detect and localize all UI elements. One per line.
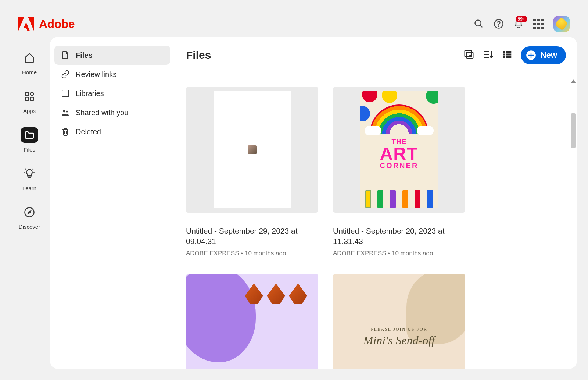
sidebar-item-review-links[interactable]: Review links [54,65,170,84]
nav-rail: Home Apps Files Learn Discover [11,37,48,369]
libraries-icon [61,89,70,98]
svg-line-12 [33,169,33,170]
svg-point-0 [475,20,481,26]
rail-item-home[interactable]: Home [21,50,38,75]
link-icon [61,70,70,79]
file-grid-wrapper: Untitled - September 29, 2023 at 09.04.3… [186,87,566,369]
toolbar: New [463,46,566,64]
file-card[interactable]: Untitled - September 29, 2023 at 09.04.3… [186,87,318,257]
app-switcher-icon[interactable] [533,19,544,29]
svg-marker-14 [28,211,31,214]
file-grid: Untitled - September 29, 2023 at 09.04.3… [186,87,566,369]
svg-point-3 [498,26,499,26]
sidebar-label: Review links [76,70,116,79]
svg-rect-30 [506,54,511,56]
sidebar-label: Shared with you [76,109,128,117]
svg-rect-28 [506,51,511,53]
people-icon [61,108,70,117]
svg-rect-29 [503,54,505,56]
svg-rect-35 [528,55,534,56]
lightbulb-icon [24,168,35,179]
sidebar-item-deleted[interactable]: Deleted [54,122,170,141]
sidebar-item-shared[interactable]: Shared with you [54,103,170,122]
page-title: Files [186,49,211,61]
sidebar-label: Libraries [76,89,104,98]
rail-item-learn[interactable]: Learn [21,166,38,191]
svg-rect-31 [503,56,505,58]
svg-point-17 [63,110,65,112]
topbar: Adobe 99+ [11,11,577,37]
file-thumbnail: THE ART CORNER [333,87,465,213]
sidebar-item-libraries[interactable]: Libraries [54,84,170,103]
rail-item-files[interactable]: Files [21,127,38,153]
new-button-label: New [541,50,557,60]
notifications-icon[interactable]: 99+ [513,19,524,29]
svg-rect-32 [506,56,511,58]
file-card[interactable]: THE ART CORNER Untitled - September 20, … [333,87,465,257]
apps-icon [24,91,35,102]
app-frame: Adobe 99+ Home [11,11,577,369]
file-title: Untitled - September 29, 2023 at 09.04.3… [186,226,318,247]
content-panel: Files Review links Libraries Shared with… [50,37,577,369]
sidebar-item-files[interactable]: Files [54,46,170,65]
list-view-icon[interactable] [502,49,513,61]
svg-point-18 [66,110,68,112]
file-thumbnail: PLEASE JOIN US FOR Mini's Send-off [333,274,465,369]
file-thumbnail [186,274,318,369]
secondary-sidebar: Files Review links Libraries Shared with… [50,37,175,369]
file-title: Untitled - September 20, 2023 at 11.31.4… [333,226,465,247]
rail-label: Discover [19,224,40,230]
rail-item-apps[interactable]: Apps [21,89,38,114]
file-thumbnail [186,87,318,213]
file-icon [61,51,70,60]
main-area: Files New [175,37,577,369]
avatar[interactable] [553,16,570,32]
svg-rect-27 [503,51,505,53]
plus-circle-icon [526,50,536,60]
scroll-up-icon[interactable] [571,79,576,83]
file-meta: ADOBE EXPRESS • 10 months ago [333,250,465,257]
file-card[interactable] [186,274,318,369]
svg-rect-7 [31,97,34,101]
svg-rect-5 [31,92,34,96]
compass-icon [24,207,35,218]
home-icon [24,52,35,63]
scrollbar-handle[interactable] [571,113,576,148]
svg-rect-6 [25,97,29,101]
file-meta: ADOBE EXPRESS • 10 months ago [186,250,318,257]
file-card[interactable]: PLEASE JOIN US FOR Mini's Send-off [333,274,465,369]
brand-logo[interactable]: Adobe [18,16,75,32]
topbar-actions: 99+ [474,16,570,32]
sidebar-label: Files [76,51,93,60]
sort-icon[interactable] [483,49,494,61]
select-mode-icon[interactable] [463,49,474,61]
brand-name: Adobe [39,17,75,31]
help-icon[interactable] [494,19,504,29]
svg-rect-22 [467,52,473,59]
svg-line-1 [480,25,483,28]
body-row: Home Apps Files Learn Discover [11,37,577,369]
rail-label: Home [22,69,37,75]
search-icon[interactable] [474,19,484,29]
svg-rect-4 [25,92,29,96]
scrollbar[interactable] [570,79,576,275]
rail-label: Apps [23,108,36,114]
rail-label: Learn [22,185,36,191]
folder-icon [24,129,35,141]
notification-badge: 99+ [516,16,527,22]
rail-item-discover[interactable]: Discover [19,205,40,230]
main-header: Files New [186,46,566,64]
sidebar-label: Deleted [76,128,101,136]
trash-icon [61,127,70,136]
adobe-logo-icon [18,16,34,32]
rail-label: Files [24,146,35,153]
new-button[interactable]: New [521,46,566,64]
svg-rect-16 [62,90,65,97]
svg-line-11 [25,169,26,170]
